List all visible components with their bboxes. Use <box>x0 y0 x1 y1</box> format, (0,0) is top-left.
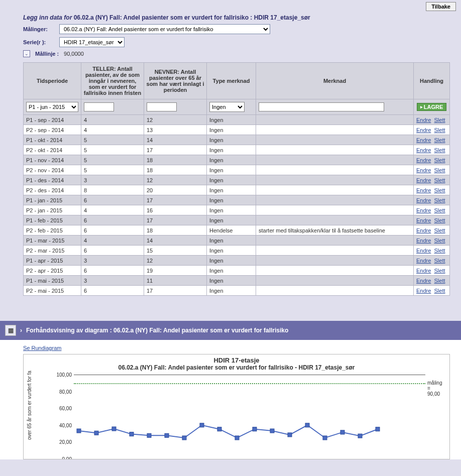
cell-handling: Endre Slett <box>414 286 450 296</box>
delete-link[interactable]: Slett <box>434 157 445 163</box>
cell-handling: Endre Slett <box>414 155 450 165</box>
preview-header: ▦ › Forhåndsvisning av diagram : 06.02.a… <box>0 321 461 340</box>
cell-period: P1 - jan - 2015 <box>24 195 81 205</box>
serie-select[interactable]: HDIR 17_etasje_sør <box>59 37 125 47</box>
edit-link[interactable]: Endre <box>416 248 431 254</box>
back-button[interactable]: Tilbake <box>426 2 456 11</box>
cell-handling: Endre Slett <box>414 235 450 246</box>
period-select[interactable]: P1 - jun - 2015 <box>26 102 78 112</box>
edit-link[interactable]: Endre <box>416 147 431 153</box>
edit-link[interactable]: Endre <box>416 258 431 264</box>
edit-link[interactable]: Endre <box>416 157 431 163</box>
cell-handling: Endre Slett <box>414 115 450 125</box>
merknad-input[interactable] <box>259 102 384 111</box>
cell-type: Ingen <box>207 115 256 125</box>
cell-nevner: 15 <box>144 246 207 256</box>
edit-link[interactable]: Endre <box>416 177 431 183</box>
cell-nevner: 11 <box>144 276 207 286</box>
cell-teller: 4 <box>81 115 144 125</box>
delete-link[interactable]: Slett <box>434 147 445 153</box>
delete-link[interactable]: Slett <box>434 137 445 143</box>
delete-link[interactable]: Slett <box>434 167 445 173</box>
cell-type: Ingen <box>207 185 256 195</box>
edit-link[interactable]: Endre <box>416 167 431 173</box>
delete-link[interactable]: Slett <box>434 237 445 244</box>
delete-link[interactable]: Slett <box>434 127 445 133</box>
cell-merknad <box>256 135 414 145</box>
edit-link[interactable]: Endre <box>416 217 431 223</box>
delete-link[interactable]: Slett <box>434 177 445 183</box>
edit-link[interactable]: Endre <box>416 237 431 244</box>
cell-type: Ingen <box>207 195 256 205</box>
y-tick: 0,00 <box>62 456 72 460</box>
cell-nevner: 17 <box>144 145 207 155</box>
cell-merknad <box>256 266 414 276</box>
cell-teller: 5 <box>81 155 144 165</box>
th-teller: TELLER: Antall pasienter, av de som inng… <box>81 63 144 99</box>
delete-link[interactable]: Slett <box>434 288 445 294</box>
svg-rect-5 <box>165 433 169 437</box>
cell-teller: 6 <box>81 215 144 225</box>
arrow-icon: › <box>20 327 22 334</box>
edit-link[interactable]: Endre <box>416 288 431 294</box>
svg-rect-6 <box>182 436 186 440</box>
cell-type: Ingen <box>207 246 256 256</box>
edit-link[interactable]: Endre <box>416 278 431 284</box>
lagre-button[interactable]: LAGRE <box>417 103 447 111</box>
svg-rect-15 <box>340 430 344 434</box>
th-period: Tidsperiode <box>24 63 81 99</box>
svg-rect-7 <box>200 423 204 427</box>
cell-type: Ingen <box>207 165 256 175</box>
svg-rect-8 <box>217 427 221 431</box>
title-prefix: Legg inn data for <box>23 14 74 21</box>
cell-handling: Endre Slett <box>414 266 450 276</box>
edit-link[interactable]: Endre <box>416 207 431 213</box>
delete-link[interactable]: Slett <box>434 227 445 233</box>
cell-teller: 3 <box>81 175 144 185</box>
cell-period: P1 - sep - 2014 <box>24 115 81 125</box>
th-type: Type merknad <box>207 63 256 99</box>
edit-link[interactable]: Endre <box>416 187 431 193</box>
cell-merknad <box>256 286 414 296</box>
preview-title: Forhåndsvisning av diagram : 06.02.a (NY… <box>26 327 288 334</box>
collapse-icon[interactable]: ⌄ <box>23 50 30 57</box>
delete-link[interactable]: Slett <box>434 117 445 123</box>
cell-nevner: 17 <box>144 286 207 296</box>
nevner-input[interactable] <box>147 102 177 111</box>
cell-period: P2 - nov - 2014 <box>24 165 81 175</box>
delete-link[interactable]: Slett <box>434 268 445 274</box>
cell-merknad <box>256 155 414 165</box>
edit-link[interactable]: Endre <box>416 137 431 143</box>
edit-link[interactable]: Endre <box>416 227 431 233</box>
svg-rect-17 <box>376 427 380 431</box>
delete-link[interactable]: Slett <box>434 248 445 254</box>
edit-link[interactable]: Endre <box>416 268 431 274</box>
delete-link[interactable]: Slett <box>434 207 445 213</box>
cell-merknad <box>256 246 414 256</box>
cell-merknad <box>256 175 414 185</box>
cell-period: P2 - mai - 2015 <box>24 286 81 296</box>
cell-teller: 4 <box>81 125 144 135</box>
edit-link[interactable]: Endre <box>416 117 431 123</box>
table-row: P1 - nov - 2014518IngenEndre Slett <box>24 155 450 165</box>
malinger-select[interactable]: 06.02.a (NY) Fall: Andel pasienter som e… <box>59 24 270 34</box>
delete-link[interactable]: Slett <box>434 187 445 193</box>
cell-handling: Endre Slett <box>414 276 450 286</box>
th-merknad: Merknad <box>256 63 414 99</box>
edit-link[interactable]: Endre <box>416 127 431 133</box>
edit-link[interactable]: Endre <box>416 197 431 203</box>
teller-input[interactable] <box>84 102 114 111</box>
delete-link[interactable]: Slett <box>434 258 445 264</box>
cell-merknad: starter med tiltakspakken/klar til å fas… <box>256 225 414 235</box>
th-nevner: NEVNER: Antall pasienter over 65 år som … <box>144 63 207 99</box>
cell-merknad <box>256 125 414 135</box>
type-select[interactable]: Ingen <box>209 102 245 112</box>
cell-handling: Endre Slett <box>414 215 450 225</box>
table-row: P1 - mai - 2015311IngenEndre Slett <box>24 276 450 286</box>
delete-link[interactable]: Slett <box>434 278 445 284</box>
delete-link[interactable]: Slett <box>434 197 445 203</box>
se-rundiagram-link[interactable]: Se Rundiagram <box>23 345 61 351</box>
cell-nevner: 20 <box>144 185 207 195</box>
table-row: P1 - mar - 2015414IngenEndre Slett <box>24 235 450 246</box>
delete-link[interactable]: Slett <box>434 217 445 223</box>
